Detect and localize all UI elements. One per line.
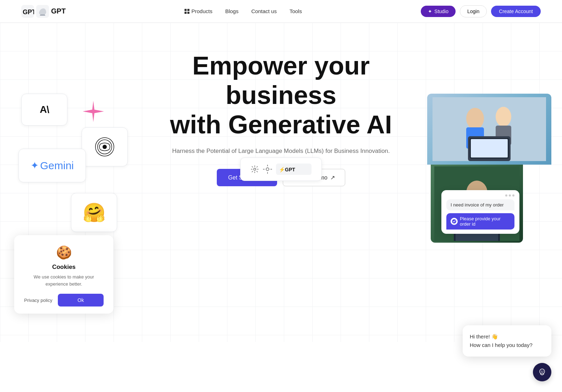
chat-widget-popup: Hi there! 👋 How can I help you today?	[463, 325, 551, 357]
bot-icon	[451, 218, 458, 225]
svg-point-10	[466, 108, 484, 129]
navbar: GPT GPT Products Blogs Contact us Tools …	[0, 0, 562, 23]
svg-rect-16	[471, 139, 508, 158]
openai-card	[82, 127, 128, 166]
chat-overlay: I need invoice of my order Please provid…	[441, 190, 519, 234]
dot-2	[509, 194, 511, 197]
logo-text: GPT	[51, 7, 66, 15]
image-workspace	[427, 94, 551, 165]
external-link-icon: ↗	[330, 174, 335, 181]
workspace-photo	[427, 94, 551, 165]
gemini-card: ✦ Gemini	[18, 149, 86, 182]
gear-icon	[250, 165, 259, 173]
accept-cookies-button[interactable]: Ok	[58, 294, 104, 307]
cookie-title: Cookies	[24, 264, 104, 271]
right-images: I need invoice of my order Please provid…	[427, 94, 551, 243]
hugging-face-card: 🤗	[71, 193, 117, 232]
chat-bot-message: Please provide your order id	[446, 213, 514, 230]
image-person: I need invoice of my order Please provid…	[431, 165, 523, 243]
svg-point-25	[542, 371, 543, 371]
chat-widget: Hi there! 👋 How can I help you today?	[533, 363, 551, 381]
chat-greeting: Hi there! 👋 How can I help you today?	[470, 332, 544, 349]
svg-point-4	[103, 145, 107, 149]
svg-text:⚡GPT: ⚡GPT	[279, 167, 295, 173]
cookie-description: We use cookies to make your experience b…	[24, 274, 104, 287]
studio-icon: ✦	[428, 9, 432, 14]
login-button[interactable]: Login	[460, 5, 487, 17]
chat-bot-icon	[538, 368, 547, 377]
anthropic-logo: A\	[40, 104, 49, 115]
svg-point-6	[266, 168, 269, 171]
hero-subtitle: Harness the Potential of Large Language …	[148, 148, 414, 155]
cookie-banner: 🍪 Cookies We use cookies to make your ex…	[14, 235, 114, 314]
chat-widget-button[interactable]	[533, 363, 551, 381]
nav-buttons: ✦ Studio Login Create Account	[421, 5, 541, 17]
svg-point-5	[254, 168, 256, 170]
anthropic-card: A\	[21, 94, 67, 126]
nav-tools[interactable]: Tools	[290, 8, 302, 14]
create-account-button[interactable]: Create Account	[491, 6, 541, 17]
center-logo-box: ⚡GPT	[240, 158, 322, 181]
nav-links: Products Blogs Contact us Tools	[184, 8, 302, 14]
svg-text:GPT: GPT	[23, 9, 34, 16]
svg-point-23	[540, 369, 545, 374]
cookie-icon: 🍪	[24, 245, 104, 260]
nav-blogs[interactable]: Blogs	[225, 8, 239, 14]
typing-indicator	[446, 194, 514, 197]
nav-contact[interactable]: Contact us	[251, 8, 277, 14]
settings-icon	[263, 164, 272, 174]
svg-point-24	[541, 371, 541, 371]
gemini-logo: Gemini	[40, 160, 74, 172]
dot-3	[512, 194, 514, 197]
dot-1	[505, 194, 507, 197]
svg-point-12	[496, 107, 511, 127]
hero-section: A\ ✦ Gemini 🤗 Empower your business with…	[0, 23, 562, 342]
cookie-buttons: Privacy policy Ok	[24, 294, 104, 307]
gpt-logo-box: ⚡GPT	[276, 164, 312, 175]
hero-title: Empower your business with Generative AI	[148, 51, 414, 139]
hugging-emoji: 🤗	[83, 202, 106, 223]
pink-star-card	[77, 95, 109, 127]
nav-products[interactable]: Products	[184, 8, 212, 14]
chat-user-message: I need invoice of my order	[446, 199, 514, 210]
studio-button[interactable]: ✦ Studio	[421, 6, 456, 17]
privacy-policy-button[interactable]: Privacy policy	[24, 298, 54, 303]
logo[interactable]: GPT GPT	[21, 5, 66, 18]
